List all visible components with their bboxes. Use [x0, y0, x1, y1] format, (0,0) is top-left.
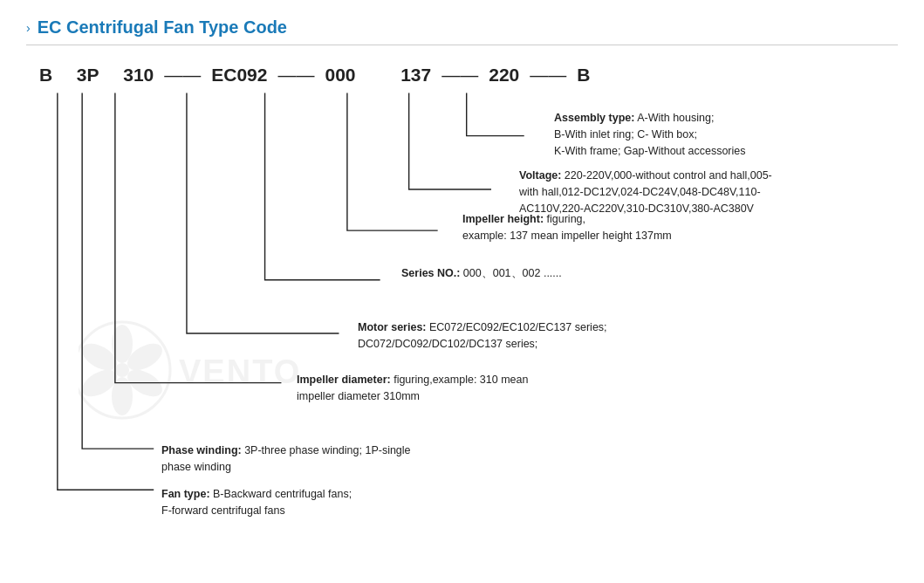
annotation-motor: Motor series: EC072/EC092/EC102/EC137 se…: [358, 319, 607, 353]
annotation-fan-type: Fan type: B-Backward centrifugal fans; F…: [161, 486, 352, 519]
annotation-impeller-diameter: Impeller diameter: figuring,example: 310…: [297, 372, 528, 405]
code-137: 137: [400, 65, 431, 86]
diagram-area: VENTO .conn-line { stroke: #222; stroke-…: [26, 56, 898, 553]
annotation-fan-type-text: F-forward centrifugal fans: [161, 504, 285, 517]
annotation-phase-label: Phase winding: 3P-three phase winding; 1…: [161, 444, 411, 456]
annotation-impeller-height-label: Impeller height: figuring,: [462, 213, 585, 225]
annotation-voltage-label: Voltage: 220-220V,000-without control an…: [519, 169, 772, 182]
annotation-motor-text: DC072/DC092/DC102/DC137 series;: [358, 338, 537, 350]
annotation-fan-type-label: Fan type: B-Backward centrifugal fans;: [161, 488, 352, 500]
dash-1: [52, 65, 77, 86]
annotation-assembly-label: Assembly type: A-With housing;: [554, 112, 714, 124]
annotation-impeller-height-text: example: 137 mean impeller height 137mm: [462, 230, 672, 242]
annotation-motor-label: Motor series: EC072/EC092/EC102/EC137 se…: [358, 321, 607, 333]
annotation-impeller-diameter-label: Impeller diameter: figuring,example: 310…: [297, 374, 528, 386]
annotation-series-label: Series NO.: 000、001、002 ......: [401, 267, 562, 279]
connecting-lines-svg: .conn-line { stroke: #222; stroke-width:…: [26, 56, 898, 553]
dash-2: [99, 65, 124, 86]
code-3P: 3P: [77, 65, 99, 86]
dash-5: [356, 65, 401, 86]
annotation-assembly-text: B-With inlet ring; C- With box;K-With fr…: [554, 128, 746, 157]
code-B2: B: [577, 65, 590, 86]
code-B: B: [39, 65, 52, 86]
annotation-series: Series NO.: 000、001、002 ......: [401, 265, 562, 282]
annotation-impeller-diameter-text: impeller diameter 310mm: [297, 390, 420, 402]
code-310: 310: [123, 65, 154, 86]
annotation-phase: Phase winding: 3P-three phase winding; 1…: [161, 442, 411, 476]
annotation-voltage-text: with hall,012-DC12V,024-DC24V,048-DC48V,…: [519, 186, 761, 215]
code-220: 220: [489, 65, 519, 86]
code-000: 000: [325, 65, 355, 86]
page-container: › EC Centrifugal Fan Type Code: [0, 0, 924, 583]
page-title: EC Centrifugal Fan Type Code: [38, 17, 287, 38]
annotation-assembly: Assembly type: A-With housing; B-With in…: [554, 110, 746, 159]
annotation-voltage: Voltage: 220-220V,000-without control an…: [519, 168, 772, 216]
title-chevron-icon: ›: [26, 21, 31, 35]
title-section: › EC Centrifugal Fan Type Code: [26, 17, 898, 45]
dash-4: ——: [267, 65, 325, 86]
type-code-row: B 3P 310 —— EC092 —— 000 137 —— 220 —— B: [39, 65, 590, 86]
annotation-phase-text: phase winding: [161, 461, 231, 473]
dash-6: ——: [431, 65, 489, 86]
dash-3: ——: [154, 65, 211, 86]
annotation-impeller-height: Impeller height: figuring, example: 137 …: [462, 211, 672, 244]
code-EC092: EC092: [211, 65, 267, 86]
dash-7: ——: [519, 65, 577, 86]
